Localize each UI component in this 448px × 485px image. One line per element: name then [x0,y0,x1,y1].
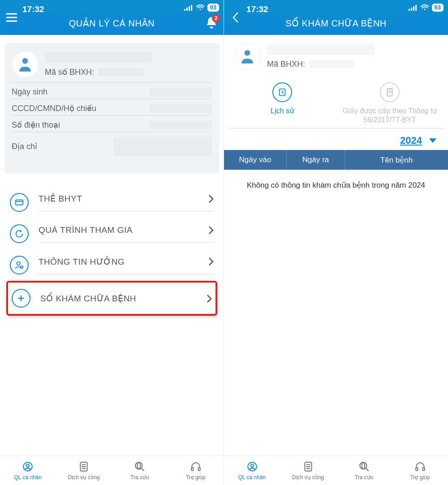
bhxh-label: Mã số BHXH: [45,67,94,77]
bottom-nav-right: QL cá nhân Dịch vụ công Tra cứu Trợ giúp [224,455,448,485]
plus-icon [12,289,30,308]
gear-person-icon [246,461,258,472]
svg-line-44 [366,468,369,471]
nav-lookup[interactable]: Tra cứu [112,456,168,485]
svg-rect-1 [186,8,188,11]
gear-person-icon [22,461,34,472]
avatar [12,51,39,78]
svg-point-23 [137,462,140,469]
signal-icon [184,4,193,11]
profile-card: Mã số BHXH: Ngày sinh CCCD/CMND/Hộ chiếu… [4,43,219,173]
app-header-left: 17:32 93 QUẢN LÝ CÁ NHÂN 2 [0,0,224,35]
menu-bhyt-card[interactable]: THẺ BHYT [6,187,217,218]
certificate-icon [380,82,400,102]
svg-rect-0 [184,9,185,11]
wifi-icon [196,4,205,11]
nav-label: Tra cứu [130,474,149,481]
svg-line-22 [141,468,144,471]
screen-personal-management: 17:32 93 QUẢN LÝ CÁ NHÂN 2 Mã số BHXH: [0,0,224,485]
tab-certificate[interactable]: Giấy được cấp theo Thông tư 56/2017/TT-B… [336,82,444,124]
svg-rect-47 [422,468,424,471]
profile-name-redacted [45,52,152,63]
svg-rect-46 [416,468,418,471]
document-icon [302,461,314,472]
nav-public-service[interactable]: Dịch vụ công [280,456,336,485]
svg-point-16 [26,464,30,467]
address-label: Địa chỉ [12,142,37,151]
dob-value-redacted [149,88,212,97]
svg-rect-25 [198,468,200,471]
nav-personal[interactable]: QL cá nhân [0,456,56,485]
dob-label: Ngày sinh [12,87,47,97]
svg-marker-36 [429,138,436,143]
tabs: Lịch sử Giấy được cấp theo Thông tư 56/2… [228,82,444,129]
back-button[interactable] [229,11,242,24]
row-dob: Ngày sinh [12,83,212,99]
nav-label: Trợ giúp [410,474,430,481]
globe-search-icon [358,461,370,472]
menu-label: QUÁ TRÌNH THAM GIA [39,225,133,235]
svg-point-8 [22,58,28,64]
nav-label: Tra cứu [355,474,374,481]
id-label: CCCD/CMND/Hộ chiếu [12,103,96,113]
globe-search-icon [134,461,146,472]
menu-participation-process[interactable]: QUÁ TRÌNH THAM GIA [6,218,217,249]
th-date-out: Ngày ra [287,150,345,170]
svg-rect-26 [409,9,410,11]
card-icon [10,193,29,212]
svg-point-11 [17,262,20,265]
svg-rect-3 [191,5,192,11]
tab-label: Lịch sử [271,107,294,116]
tab-history[interactable]: Lịch sử [228,82,336,124]
bhxh-value-redacted [99,68,143,77]
nav-label: Trợ giúp [186,474,206,481]
th-disease: Tên bệnh [345,150,448,170]
th-date-in: Ngày vào [224,150,287,170]
bhxh-label: Mã BHXH: [267,60,305,69]
year-value: 2024 [400,135,422,146]
bhxh-value-redacted [310,60,354,69]
page-title-left: QUẢN LÝ CÁ NHÂN [69,18,155,29]
bottom-nav-left: QL cá nhân Dịch vụ công Tra cứu Trợ giúp [0,455,224,485]
menu-medical-record[interactable]: SỔ KHÁM CHỮA BỆNH [6,281,217,316]
menu-list: THẺ BHYT QUÁ TRÌNH THAM GIA THÔNG TIN HƯ… [6,187,217,316]
nav-personal[interactable]: QL cá nhân [224,456,280,485]
menu-icon[interactable] [5,11,18,24]
nav-public-service[interactable]: Dịch vụ công [56,456,112,485]
row-address: Địa chỉ [12,132,212,158]
svg-rect-28 [413,6,414,11]
phone-label: Số điện thoại [12,120,60,130]
caret-down-icon [429,138,436,143]
chevron-right-icon [208,194,214,203]
page-title-right: SỔ KHÁM CHỮA BỆNH [285,18,387,29]
profile-name-redacted [267,44,375,55]
document-icon [78,461,90,472]
nav-help[interactable]: Trợ giúp [168,456,224,485]
profile-summary: Mã BHXH: [227,39,445,73]
svg-rect-27 [411,8,412,11]
phone-value-redacted [149,120,212,129]
notifications-button[interactable]: 2 [205,16,218,31]
status-time: 17:32 [246,4,268,14]
svg-point-43 [360,462,366,469]
menu-benefit-info[interactable]: THÔNG TIN HƯỞNG [6,249,217,281]
history-icon [272,82,292,102]
status-icons: 93 [409,4,444,12]
svg-point-4 [199,9,201,10]
wifi-icon [420,4,429,11]
status-icons: 93 [184,4,219,12]
nav-help[interactable]: Trợ giúp [392,456,448,485]
svg-point-21 [135,462,142,469]
refresh-icon [10,224,29,243]
empty-message: Không có thông tin khám chữa bệnh trong … [224,180,448,190]
year-selector[interactable]: 2024 [224,135,436,146]
svg-rect-2 [189,6,190,11]
battery-level: 93 [207,4,219,12]
svg-point-12 [21,266,23,269]
nav-lookup[interactable]: Tra cứu [336,456,392,485]
svg-rect-29 [415,5,417,11]
menu-label: THẺ BHYT [39,193,82,204]
chevron-right-icon [208,226,214,235]
svg-point-38 [250,464,254,467]
id-value-redacted [149,104,212,113]
